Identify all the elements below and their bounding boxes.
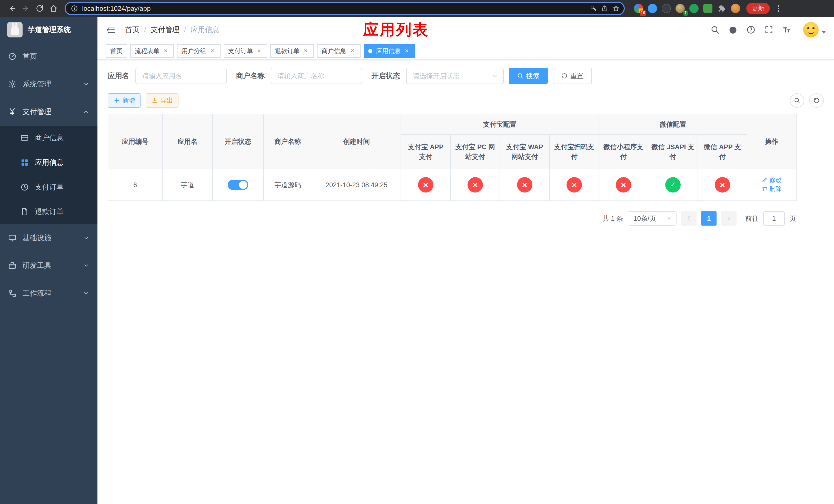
tab-merchant-info[interactable]: 商户信息× [317, 44, 360, 58]
refresh-icon [561, 72, 568, 79]
close-icon[interactable]: × [302, 47, 309, 54]
wechat-app-status-icon [715, 177, 730, 192]
caret-down-icon [822, 31, 826, 33]
fullscreen-icon[interactable] [764, 25, 773, 35]
col-status: 开启状态 [213, 114, 263, 169]
extension-drop-icon[interactable] [648, 4, 657, 13]
back-icon[interactable] [5, 2, 19, 15]
extension-grid-icon[interactable]: 10 [634, 4, 643, 13]
cell-create-time: 2021-10-23 08:49:25 [312, 169, 401, 201]
prev-page-button[interactable] [681, 211, 697, 226]
address-bar[interactable]: localhost:1024/pay/app [65, 2, 625, 15]
extension-avatar-icon[interactable]: 1 [676, 4, 685, 13]
browser-update-button[interactable]: 更新 [746, 3, 770, 14]
sidebar-item-label: 研发工具 [23, 261, 77, 271]
bookmark-star-icon[interactable] [612, 5, 620, 12]
tab-refund-order[interactable]: 退款订单× [270, 44, 314, 58]
col-wechat-jsapi: 微信 JSAPI 支付 [648, 135, 698, 169]
search-button[interactable]: 搜索 [509, 68, 548, 84]
sidebar-item-merchant-info[interactable]: 商户信息 [0, 125, 97, 150]
close-icon[interactable]: × [403, 47, 410, 54]
tab-process-form[interactable]: 流程表单× [130, 44, 174, 58]
breadcrumb-payment[interactable]: 支付管理 [151, 25, 179, 35]
sidebar-item-infra[interactable]: 基础设施 [0, 224, 97, 252]
profile-avatar-icon[interactable] [731, 4, 740, 13]
tab-pay-order[interactable]: 支付订单× [224, 44, 267, 58]
sidebar-item-label: 系统管理 [23, 79, 77, 89]
delete-link[interactable]: 删除 [762, 185, 782, 193]
sidebar-item-label: 工作流程 [23, 289, 77, 298]
reset-button[interactable]: 重置 [553, 68, 592, 84]
payment-submenu: 商户信息 应用信息 支付订单 退款订单 [0, 125, 97, 224]
browser-toolbar: localhost:1024/pay/app 10 1 更新 [0, 0, 834, 17]
extension-green-circle-icon[interactable] [689, 4, 699, 13]
sidebar-toggle-icon[interactable] [106, 24, 117, 36]
site-info-icon[interactable] [71, 5, 78, 12]
sidebar-item-payment[interactable]: 支付管理 [0, 98, 97, 125]
document-icon [21, 208, 29, 216]
close-icon[interactable]: × [349, 47, 356, 54]
status-select[interactable]: 请选择开启状态 [406, 68, 504, 84]
share-icon[interactable] [601, 5, 608, 12]
extension-badge: 10 [640, 10, 646, 16]
app-name-input[interactable] [135, 68, 227, 84]
table-toolbar: 新增 导出 [108, 93, 824, 108]
navbar-actions [710, 22, 826, 38]
avatar[interactable] [803, 22, 819, 38]
merchant-name-input[interactable] [271, 68, 362, 84]
alipay-pc-status-icon [467, 177, 483, 192]
top-navbar: 首页 / 支付管理 / 应用信息 应用列表 [97, 17, 834, 43]
toggle-search-button[interactable] [790, 93, 804, 108]
user-menu[interactable] [803, 22, 826, 38]
url-text[interactable]: localhost:1024/pay/app [82, 5, 586, 13]
reload-icon[interactable] [33, 2, 47, 15]
edit-link[interactable]: 修改 [762, 176, 782, 184]
password-key-icon[interactable] [590, 5, 597, 12]
add-button[interactable]: 新增 [108, 93, 140, 108]
sidebar-item-dev-tools[interactable]: 研发工具 [0, 252, 97, 279]
status-toggle[interactable] [228, 180, 248, 190]
forward-icon[interactable] [19, 2, 33, 15]
export-button[interactable]: 导出 [146, 93, 178, 108]
sidebar-item-system[interactable]: 系统管理 [0, 70, 97, 98]
search-icon[interactable] [710, 25, 720, 35]
download-icon [151, 97, 158, 104]
tab-home[interactable]: 首页 [106, 44, 127, 58]
cell-app-id: 6 [108, 169, 162, 201]
browser-menu-icon[interactable] [774, 3, 783, 14]
sidebar-item-refund-order[interactable]: 退款订单 [0, 200, 97, 224]
help-icon[interactable] [746, 25, 755, 35]
sidebar-item-workflow[interactable]: 工作流程 [0, 279, 97, 307]
tab-user-group[interactable]: 用户分组× [177, 44, 221, 58]
extension-dark-icon[interactable] [662, 4, 671, 13]
group-alipay-config: 支付宝配置 [401, 114, 599, 135]
home-icon[interactable] [47, 2, 61, 15]
wechat-jsapi-status-icon [665, 177, 681, 192]
breadcrumb-home[interactable]: 首页 [125, 25, 139, 35]
refresh-icon [813, 97, 820, 104]
sidebar-item-pay-order[interactable]: 支付订单 [0, 175, 97, 200]
sidebar-item-home[interactable]: 首页 [0, 43, 97, 70]
extension-chat-icon[interactable] [703, 4, 712, 13]
close-icon[interactable]: × [256, 47, 263, 54]
next-page-button[interactable] [721, 211, 737, 226]
chevron-down-icon [83, 262, 89, 269]
close-icon[interactable]: × [209, 47, 216, 54]
close-icon[interactable]: × [162, 47, 169, 54]
sidebar-item-app-info[interactable]: 应用信息 [0, 150, 97, 175]
font-size-icon[interactable] [782, 25, 791, 35]
page-size-select[interactable]: 10条/页 [628, 211, 677, 226]
page-number-button[interactable]: 1 [701, 211, 717, 226]
goto-page-input[interactable] [763, 211, 785, 226]
brand-title: 芋道管理系统 [28, 25, 71, 35]
sidebar-item-label: 应用信息 [35, 158, 89, 167]
refresh-table-button[interactable] [809, 93, 824, 108]
extensions-puzzle-icon[interactable] [717, 4, 726, 13]
col-alipay-qr: 支付宝扫码支付 [550, 135, 599, 169]
chevron-down-icon [83, 81, 89, 87]
brand: 芋道管理系统 [0, 17, 97, 43]
col-app-name: 应用名 [162, 114, 213, 169]
github-icon[interactable] [728, 25, 738, 35]
tab-app-info[interactable]: 应用信息× [364, 44, 415, 58]
col-merchant-name: 商户名称 [263, 114, 312, 169]
